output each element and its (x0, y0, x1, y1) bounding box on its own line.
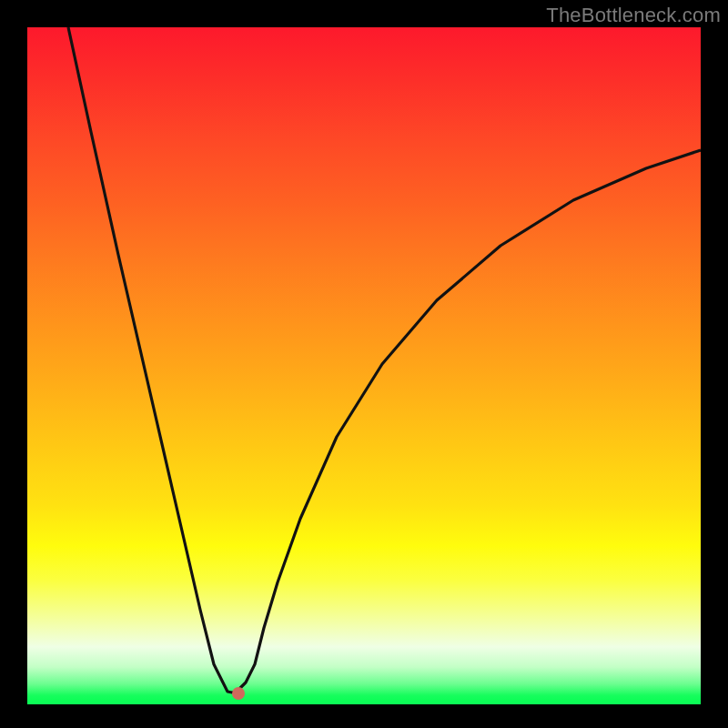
chart-container: TheBottleneck.com (0, 0, 728, 728)
bottom-green-bar (27, 701, 701, 704)
bottleneck-curve (68, 27, 701, 693)
watermark-text: TheBottleneck.com (546, 4, 721, 27)
minimum-marker-icon (232, 687, 245, 700)
curve-layer (27, 27, 701, 701)
